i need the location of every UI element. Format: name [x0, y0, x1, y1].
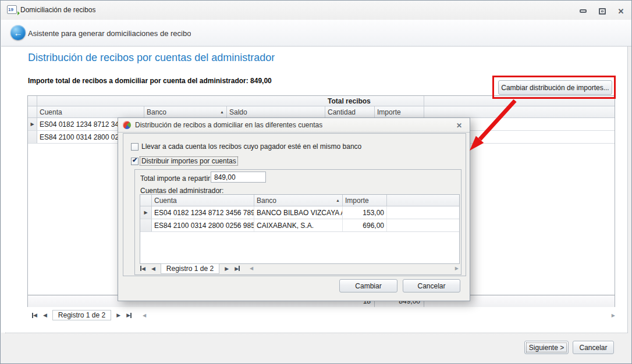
- hscroll-left-icon[interactable]: ◀: [250, 266, 253, 271]
- dialog-record-navigator: ◀ ◀ Registro 1 de 2 ▶ ▶ ◀ ▶: [137, 263, 459, 273]
- hscroll-right-icon[interactable]: ▶: [455, 266, 459, 271]
- distribute-amounts-checkbox[interactable]: [131, 158, 139, 165]
- column-header-saldo[interactable]: Saldo: [227, 106, 325, 117]
- minimize-icon: [580, 9, 587, 13]
- next-button[interactable]: Siguiente >: [524, 341, 569, 354]
- green-arrow-icon: [13, 9, 20, 16]
- dialog-grid-row-2[interactable]: ES84 2100 0314 2800 0256 9856 CAIXABANK,…: [140, 219, 459, 232]
- total-to-distribute-label: Total importe a repartir:: [140, 174, 212, 183]
- nav-first-icon[interactable]: ◀: [32, 312, 37, 318]
- nav-record-label: Registro 1 de 2: [161, 263, 219, 274]
- dialog-grid-header-row: Cuenta Banco▲ Importe: [140, 195, 459, 206]
- nav-record-label: Registro 1 de 2: [52, 310, 111, 320]
- back-button[interactable]: ←: [10, 25, 26, 40]
- total-amount-label: Importe total de recibos a domiciliar po…: [28, 77, 272, 85]
- column-header-cuenta[interactable]: Cuenta: [37, 106, 144, 117]
- same-bank-checkbox[interactable]: [131, 143, 139, 151]
- total-to-distribute-input[interactable]: 849,00: [211, 172, 266, 183]
- title-bar: 19 Domiciliación de recibos ✕: [1, 1, 631, 20]
- pie-chart-icon: [123, 121, 131, 129]
- nav-next-icon[interactable]: ▶: [116, 312, 120, 318]
- row-indicator-icon: ▶: [140, 206, 152, 219]
- app-window: 19 Domiciliación de recibos ✕ ← Asistent…: [0, 0, 632, 364]
- distribute-amounts-checkbox-label[interactable]: Distribuir importes por cuentas: [140, 157, 237, 165]
- column-header-importe[interactable]: Importe: [375, 106, 424, 117]
- sort-ascending-icon: ▲: [336, 198, 340, 202]
- nav-prev-icon[interactable]: ◀: [43, 312, 47, 318]
- dialog-column-banco[interactable]: Banco▲: [254, 195, 343, 206]
- nav-prev-icon[interactable]: ◀: [151, 266, 155, 272]
- dialog-change-button[interactable]: Cambiar: [339, 279, 397, 292]
- page-title: Distribución de recibos por cuentas del …: [28, 52, 275, 64]
- close-icon: ✕: [618, 7, 624, 16]
- minimize-button[interactable]: [576, 6, 591, 16]
- restore-icon: [599, 8, 606, 15]
- wizard-header-band: ← Asistente para generar domiciliaciones…: [1, 20, 632, 47]
- dialog-column-cuenta[interactable]: Cuenta: [152, 195, 254, 206]
- nav-next-icon[interactable]: ▶: [225, 266, 229, 272]
- row-indicator-icon: ▶: [28, 118, 37, 130]
- nav-last-icon[interactable]: ▶: [235, 266, 240, 272]
- distribution-dialog: Distribución de recibos a domiciliar en …: [118, 117, 470, 301]
- wizard-header-title: Asistente para generar domiciliaciones d…: [28, 29, 191, 38]
- nav-first-icon[interactable]: ◀: [140, 266, 145, 272]
- dialog-options-group: Llevar a cada cuenta los recibos cuyo pa…: [123, 133, 466, 276]
- column-header-banco[interactable]: Banco▲: [144, 106, 227, 117]
- dialog-title: Distribución de recibos a domiciliar en …: [135, 121, 322, 129]
- hscroll-right-icon[interactable]: ▶: [612, 313, 615, 318]
- restore-button[interactable]: [595, 6, 610, 16]
- dialog-cancel-button[interactable]: Cancelar: [403, 279, 460, 292]
- hscroll-left-icon[interactable]: ◀: [143, 313, 146, 318]
- dialog-column-importe[interactable]: Importe: [343, 195, 387, 206]
- dialog-accounts-grid: Cuenta Banco▲ Importe ▶ ES04 0182 1234 8…: [140, 194, 460, 264]
- bottom-separator: [5, 333, 628, 333]
- annotation-arrow: [462, 95, 523, 156]
- window-title: Domiciliación de recibos: [20, 6, 95, 14]
- nav-last-icon[interactable]: ▶: [126, 312, 132, 318]
- back-arrow-icon: ←: [14, 28, 23, 37]
- administrator-accounts-label: Cuentas del administrador:: [140, 187, 223, 195]
- sort-ascending-icon: ▲: [220, 110, 224, 114]
- close-button[interactable]: ✕: [613, 6, 629, 16]
- column-header-cantidad[interactable]: Cantidad: [325, 106, 375, 117]
- cancel-button[interactable]: Cancelar: [573, 341, 614, 354]
- same-bank-checkbox-label[interactable]: Llevar a cada cuenta los recibos cuyo pa…: [140, 142, 363, 151]
- dialog-title-bar: Distribución de recibos a domiciliar en …: [118, 118, 470, 133]
- grid-record-navigator: ◀ ◀ Registro 1 de 2 ▶ ▶ ◀ ▶: [29, 310, 615, 320]
- grid-header-row: Cuenta Banco▲ Saldo Cantidad Importe: [28, 106, 615, 118]
- distribution-panel: Total importe a repartir: 849,00 Cuentas…: [134, 169, 461, 275]
- dialog-grid-row-1[interactable]: ▶ ES04 0182 1234 8712 3456 7899 BANCO BI…: [140, 206, 459, 219]
- app-icon: 19: [7, 5, 17, 14]
- grid-corner-cell: [28, 96, 37, 106]
- band-header-total-recibos: Total recibos: [325, 96, 424, 106]
- close-icon: ✕: [456, 122, 462, 130]
